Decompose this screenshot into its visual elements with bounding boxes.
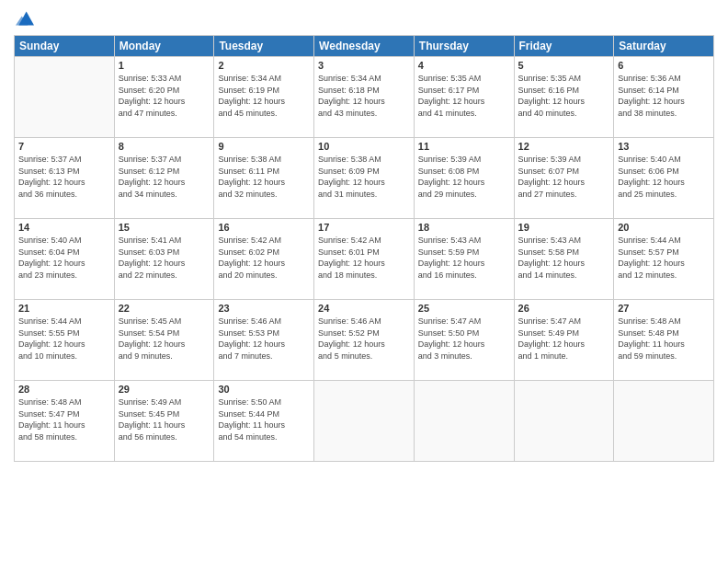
day-number: 12 [518,141,610,152]
calendar-cell: 18Sunrise: 5:43 AM Sunset: 5:59 PM Dayli… [414,219,514,300]
day-number: 18 [418,222,510,233]
calendar-cell: 8Sunrise: 5:37 AM Sunset: 6:12 PM Daylig… [114,138,214,219]
day-info: Sunrise: 5:39 AM Sunset: 6:08 PM Dayligh… [418,154,510,200]
calendar-cell: 15Sunrise: 5:41 AM Sunset: 6:03 PM Dayli… [114,219,214,300]
day-info: Sunrise: 5:50 AM Sunset: 5:44 PM Dayligh… [218,396,310,442]
day-info: Sunrise: 5:44 AM Sunset: 5:55 PM Dayligh… [18,316,110,362]
day-number: 25 [418,303,510,314]
calendar-cell: 22Sunrise: 5:45 AM Sunset: 5:54 PM Dayli… [114,300,214,381]
day-number: 15 [119,222,210,233]
day-number: 6 [618,60,710,71]
calendar-cell: 23Sunrise: 5:46 AM Sunset: 5:53 PM Dayli… [214,300,314,381]
day-info: Sunrise: 5:34 AM Sunset: 6:18 PM Dayligh… [318,73,410,119]
calendar-cell [414,381,514,462]
day-info: Sunrise: 5:37 AM Sunset: 6:12 PM Dayligh… [119,154,210,200]
calendar-cell: 4Sunrise: 5:35 AM Sunset: 6:17 PM Daylig… [414,57,514,138]
calendar-table: SundayMondayTuesdayWednesdayThursdayFrid… [14,35,714,462]
day-number: 28 [18,384,110,395]
calendar-cell: 12Sunrise: 5:39 AM Sunset: 6:07 PM Dayli… [514,138,614,219]
day-number: 23 [218,303,310,314]
day-info: Sunrise: 5:48 AM Sunset: 5:48 PM Dayligh… [618,316,710,362]
calendar-cell: 14Sunrise: 5:40 AM Sunset: 6:04 PM Dayli… [15,219,115,300]
day-number: 29 [119,384,210,395]
day-info: Sunrise: 5:48 AM Sunset: 5:47 PM Dayligh… [18,396,110,442]
day-info: Sunrise: 5:38 AM Sunset: 6:09 PM Dayligh… [318,154,410,200]
day-number: 1 [119,60,210,71]
calendar-cell: 28Sunrise: 5:48 AM Sunset: 5:47 PM Dayli… [15,381,115,462]
day-number: 19 [518,222,610,233]
day-info: Sunrise: 5:38 AM Sunset: 6:11 PM Dayligh… [218,154,310,200]
day-info: Sunrise: 5:42 AM Sunset: 6:01 PM Dayligh… [318,235,410,281]
calendar-cell: 3Sunrise: 5:34 AM Sunset: 6:18 PM Daylig… [314,57,415,138]
day-info: Sunrise: 5:47 AM Sunset: 5:50 PM Dayligh… [418,316,510,362]
day-info: Sunrise: 5:47 AM Sunset: 5:49 PM Dayligh… [518,316,610,362]
day-info: Sunrise: 5:43 AM Sunset: 5:59 PM Dayligh… [418,235,510,281]
calendar-cell: 26Sunrise: 5:47 AM Sunset: 5:49 PM Dayli… [514,300,614,381]
calendar-cell: 16Sunrise: 5:42 AM Sunset: 6:02 PM Dayli… [214,219,314,300]
day-number: 14 [18,222,110,233]
day-number: 11 [418,141,510,152]
calendar-cell: 13Sunrise: 5:40 AM Sunset: 6:06 PM Dayli… [614,138,714,219]
day-info: Sunrise: 5:44 AM Sunset: 5:57 PM Dayligh… [618,235,710,281]
day-number: 26 [518,303,610,314]
week-row-1: 7Sunrise: 5:37 AM Sunset: 6:13 PM Daylig… [15,138,714,219]
day-info: Sunrise: 5:46 AM Sunset: 5:53 PM Dayligh… [218,316,310,362]
day-info: Sunrise: 5:40 AM Sunset: 6:04 PM Dayligh… [18,235,110,281]
calendar-cell: 21Sunrise: 5:44 AM Sunset: 5:55 PM Dayli… [15,300,115,381]
weekday-header-friday: Friday [514,36,614,57]
weekday-header-tuesday: Tuesday [214,36,314,57]
day-number: 10 [318,141,410,152]
day-info: Sunrise: 5:41 AM Sunset: 6:03 PM Dayligh… [119,235,210,281]
weekday-header-saturday: Saturday [614,36,714,57]
page: SundayMondayTuesdayWednesdayThursdayFrid… [0,0,728,563]
day-info: Sunrise: 5:37 AM Sunset: 6:13 PM Dayligh… [18,154,110,200]
weekday-header-row: SundayMondayTuesdayWednesdayThursdayFrid… [15,36,714,57]
day-info: Sunrise: 5:45 AM Sunset: 5:54 PM Dayligh… [119,316,210,362]
calendar-cell [15,57,115,138]
logo-text [14,9,34,28]
week-row-3: 21Sunrise: 5:44 AM Sunset: 5:55 PM Dayli… [15,300,714,381]
week-row-4: 28Sunrise: 5:48 AM Sunset: 5:47 PM Dayli… [15,381,714,462]
logo-icon [16,9,34,28]
day-number: 7 [18,141,110,152]
weekday-header-monday: Monday [114,36,214,57]
calendar-cell: 20Sunrise: 5:44 AM Sunset: 5:57 PM Dayli… [614,219,714,300]
calendar-cell: 17Sunrise: 5:42 AM Sunset: 6:01 PM Dayli… [314,219,415,300]
calendar-cell: 9Sunrise: 5:38 AM Sunset: 6:11 PM Daylig… [214,138,314,219]
day-number: 17 [318,222,410,233]
calendar-cell: 27Sunrise: 5:48 AM Sunset: 5:48 PM Dayli… [614,300,714,381]
calendar-cell [514,381,614,462]
day-number: 4 [418,60,510,71]
header [14,9,714,28]
weekday-header-thursday: Thursday [414,36,514,57]
day-info: Sunrise: 5:49 AM Sunset: 5:45 PM Dayligh… [119,396,210,442]
day-info: Sunrise: 5:35 AM Sunset: 6:17 PM Dayligh… [418,73,510,119]
calendar-cell: 29Sunrise: 5:49 AM Sunset: 5:45 PM Dayli… [114,381,214,462]
day-number: 27 [618,303,710,314]
logo [14,9,34,28]
calendar-cell: 1Sunrise: 5:33 AM Sunset: 6:20 PM Daylig… [114,57,214,138]
day-number: 21 [18,303,110,314]
calendar-cell: 24Sunrise: 5:46 AM Sunset: 5:52 PM Dayli… [314,300,415,381]
day-info: Sunrise: 5:46 AM Sunset: 5:52 PM Dayligh… [318,316,410,362]
calendar-cell: 2Sunrise: 5:34 AM Sunset: 6:19 PM Daylig… [214,57,314,138]
calendar-cell: 6Sunrise: 5:36 AM Sunset: 6:14 PM Daylig… [614,57,714,138]
weekday-header-wednesday: Wednesday [314,36,415,57]
day-number: 9 [218,141,310,152]
day-info: Sunrise: 5:40 AM Sunset: 6:06 PM Dayligh… [618,154,710,200]
calendar-cell [614,381,714,462]
day-number: 3 [318,60,410,71]
calendar-cell: 7Sunrise: 5:37 AM Sunset: 6:13 PM Daylig… [15,138,115,219]
day-info: Sunrise: 5:35 AM Sunset: 6:16 PM Dayligh… [518,73,610,119]
weekday-header-sunday: Sunday [15,36,115,57]
day-info: Sunrise: 5:33 AM Sunset: 6:20 PM Dayligh… [119,73,210,119]
calendar-cell [314,381,415,462]
day-info: Sunrise: 5:43 AM Sunset: 5:58 PM Dayligh… [518,235,610,281]
day-number: 24 [318,303,410,314]
day-number: 5 [518,60,610,71]
week-row-2: 14Sunrise: 5:40 AM Sunset: 6:04 PM Dayli… [15,219,714,300]
calendar-cell: 10Sunrise: 5:38 AM Sunset: 6:09 PM Dayli… [314,138,415,219]
day-number: 30 [218,384,310,395]
day-number: 22 [119,303,210,314]
day-number: 2 [218,60,310,71]
